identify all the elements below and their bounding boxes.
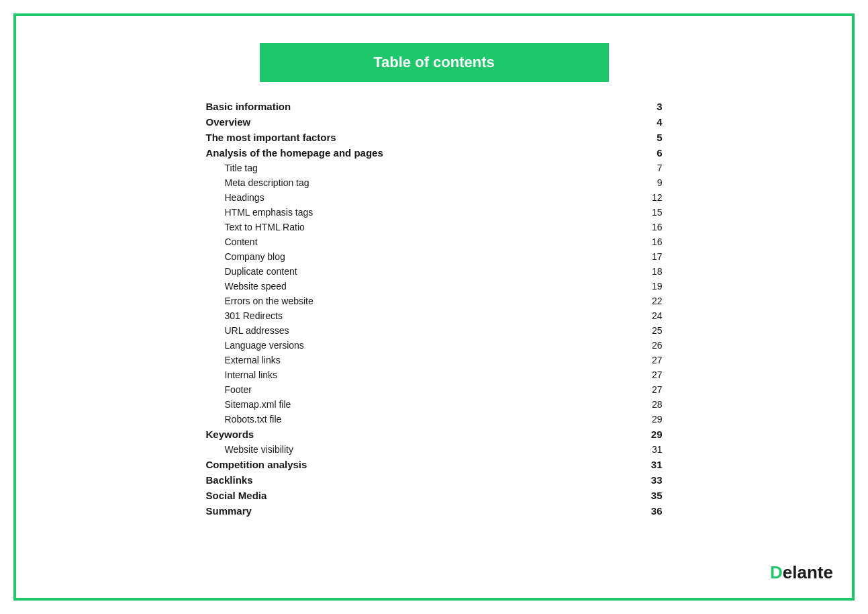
toc-entry-label: Backlinks xyxy=(206,474,642,486)
toc-row: Website visibility31 xyxy=(206,444,663,455)
toc-content: Basic information3Overview4The most impo… xyxy=(206,101,663,521)
toc-entry-label: Website visibility xyxy=(206,444,642,455)
toc-entry-label: Website speed xyxy=(206,281,642,292)
toc-row: Language versions26 xyxy=(206,340,663,351)
toc-entry-page: 27 xyxy=(642,355,663,365)
toc-entry-label: Internal links xyxy=(206,369,642,380)
toc-entry-page: 33 xyxy=(642,474,663,486)
toc-entry-label: External links xyxy=(206,355,642,365)
toc-entry-page: 27 xyxy=(642,369,663,380)
toc-row: Footer27 xyxy=(206,384,663,395)
logo-rest: elante xyxy=(783,562,833,583)
toc-entry-label: Language versions xyxy=(206,340,642,351)
toc-entry-page: 36 xyxy=(642,505,663,517)
toc-entry-label: Footer xyxy=(206,384,642,395)
toc-row: The most important factors5 xyxy=(206,132,663,143)
toc-row: Text to HTML Ratio16 xyxy=(206,222,663,232)
toc-entry-page: 22 xyxy=(642,296,663,306)
toc-row: Content16 xyxy=(206,236,663,247)
toc-entry-page: 25 xyxy=(642,325,663,336)
toc-entry-page: 15 xyxy=(642,207,663,218)
toc-entry-label: Content xyxy=(206,236,642,247)
toc-header: Table of contents xyxy=(260,43,609,82)
toc-entry-page: 29 xyxy=(642,414,663,425)
toc-row: URL addresses25 xyxy=(206,325,663,336)
toc-row: Duplicate content18 xyxy=(206,266,663,277)
toc-entry-label: Duplicate content xyxy=(206,266,642,277)
logo: D elante xyxy=(770,562,833,583)
toc-entry-label: The most important factors xyxy=(206,132,642,143)
toc-row: Analysis of the homepage and pages6 xyxy=(206,147,663,159)
toc-entry-label: Robots.txt file xyxy=(206,414,642,425)
toc-entry-label: Summary xyxy=(206,505,642,517)
toc-entry-label: 301 Redirects xyxy=(206,310,642,321)
toc-entry-label: URL addresses xyxy=(206,325,642,336)
toc-entry-label: Overview xyxy=(206,116,642,128)
toc-row: Meta description tag9 xyxy=(206,177,663,188)
toc-entry-page: 9 xyxy=(642,177,663,188)
toc-entry-page: 18 xyxy=(642,266,663,277)
toc-row: 301 Redirects24 xyxy=(206,310,663,321)
toc-row: Internal links27 xyxy=(206,369,663,380)
toc-entry-page: 7 xyxy=(642,163,663,173)
toc-entry-label: Text to HTML Ratio xyxy=(206,222,642,232)
toc-entry-label: HTML emphasis tags xyxy=(206,207,642,218)
toc-entry-page: 26 xyxy=(642,340,663,351)
logo-d: D xyxy=(770,562,783,583)
toc-entry-page: 16 xyxy=(642,222,663,232)
toc-entry-page: 31 xyxy=(642,459,663,470)
toc-row: Headings12 xyxy=(206,192,663,203)
toc-entry-page: 4 xyxy=(642,116,663,128)
toc-entry-label: Social Media xyxy=(206,490,642,501)
toc-entry-label: Errors on the website xyxy=(206,296,642,306)
toc-row: Title tag7 xyxy=(206,163,663,173)
toc-row: Social Media35 xyxy=(206,490,663,501)
toc-entry-label: Title tag xyxy=(206,163,642,173)
toc-row: Backlinks33 xyxy=(206,474,663,486)
toc-entry-label: Basic information xyxy=(206,101,642,112)
toc-row: Robots.txt file29 xyxy=(206,414,663,425)
toc-row: Basic information3 xyxy=(206,101,663,112)
toc-entry-page: 6 xyxy=(642,147,663,159)
toc-entry-page: 5 xyxy=(642,132,663,143)
toc-entry-label: Competition analysis xyxy=(206,459,642,470)
toc-entry-page: 3 xyxy=(642,101,663,112)
toc-entry-page: 28 xyxy=(642,399,663,410)
toc-entry-page: 19 xyxy=(642,281,663,292)
toc-entry-page: 31 xyxy=(642,444,663,455)
toc-entry-page: 24 xyxy=(642,310,663,321)
toc-row: Overview4 xyxy=(206,116,663,128)
toc-entry-label: Keywords xyxy=(206,429,642,440)
toc-row: Website speed19 xyxy=(206,281,663,292)
page-container: Table of contents Basic information3Over… xyxy=(13,13,855,601)
toc-row: HTML emphasis tags15 xyxy=(206,207,663,218)
toc-entry-page: 29 xyxy=(642,429,663,440)
toc-entry-label: Sitemap.xml file xyxy=(206,399,642,410)
toc-entry-page: 17 xyxy=(642,251,663,262)
toc-row: Competition analysis31 xyxy=(206,459,663,470)
toc-entry-page: 12 xyxy=(642,192,663,203)
toc-entry-label: Analysis of the homepage and pages xyxy=(206,147,642,159)
toc-entry-page: 16 xyxy=(642,236,663,247)
toc-entry-page: 27 xyxy=(642,384,663,395)
toc-entry-label: Company blog xyxy=(206,251,642,262)
toc-row: Sitemap.xml file28 xyxy=(206,399,663,410)
toc-title: Table of contents xyxy=(373,54,495,71)
toc-entry-label: Headings xyxy=(206,192,642,203)
toc-row: Company blog17 xyxy=(206,251,663,262)
toc-entry-label: Meta description tag xyxy=(206,177,642,188)
toc-row: Keywords29 xyxy=(206,429,663,440)
toc-row: Summary36 xyxy=(206,505,663,517)
toc-row: External links27 xyxy=(206,355,663,365)
toc-entry-page: 35 xyxy=(642,490,663,501)
toc-row: Errors on the website22 xyxy=(206,296,663,306)
